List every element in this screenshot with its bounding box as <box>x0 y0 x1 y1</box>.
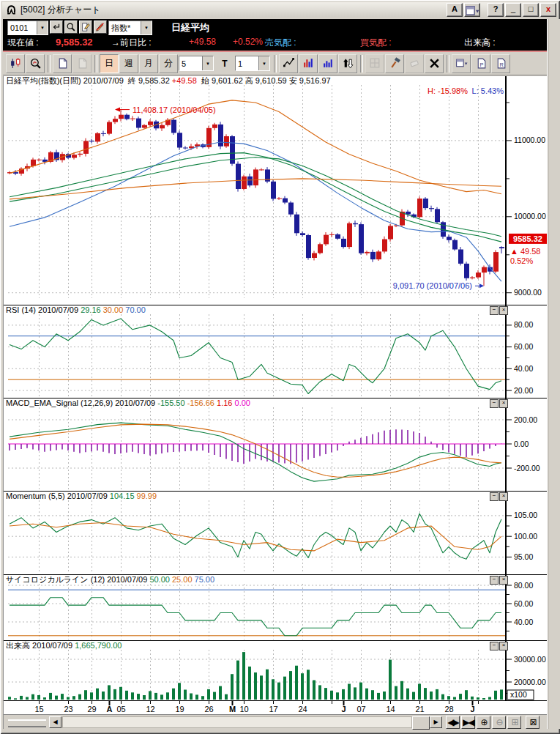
rsi-panel: 80.0060.0040.0020.00RSI (14) 2010/07/09 … <box>4 305 548 398</box>
quote-field-1: 9,585.32 <box>56 37 93 48</box>
svg-text:80.00: 80.00 <box>514 581 533 590</box>
edit-doc-icon <box>81 22 91 32</box>
grid-settings-button[interactable] <box>365 54 384 73</box>
doc-copy-icon <box>76 57 89 70</box>
svg-text:17: 17 <box>269 705 277 713</box>
trend-line-button[interactable] <box>279 54 298 73</box>
symbol-code-dropdown-icon[interactable]: ▼ <box>37 21 48 34</box>
style-button[interactable]: A <box>447 3 463 17</box>
volume-panel-header: 出来高 2010/07/09 1,665,790.00 <box>6 641 122 650</box>
svg-text:A: A <box>107 705 113 713</box>
tick-label: T <box>215 54 234 73</box>
titlebar-buttons: A?_□x <box>445 3 556 17</box>
svg-text:14: 14 <box>386 705 395 713</box>
minute-interval-select[interactable]: 5▼ <box>179 56 214 71</box>
arrows-updown-icon <box>342 57 354 70</box>
header-value: 70.00 <box>125 305 146 314</box>
rsi-close-button[interactable]: × <box>499 306 508 315</box>
header-value: 99.99 <box>137 492 157 500</box>
copy-window-button[interactable] <box>464 3 480 17</box>
symbol-code-value: 0101 <box>8 23 37 32</box>
quote-row-2: 現在値 :9,585.32→前日比 :+49.58+0.52%売気配 :買気配 … <box>3 37 557 48</box>
report-button[interactable]: R <box>491 54 510 73</box>
delete-button[interactable] <box>425 54 444 73</box>
rsi-minimize-button[interactable]: − <box>490 306 499 315</box>
dropdown-icon[interactable]: ▼ <box>202 56 213 70</box>
minimize-button[interactable]: _ <box>505 3 521 17</box>
symbol-code-input[interactable]: 0101 ▼ <box>7 21 48 35</box>
doc-new-icon <box>56 57 69 70</box>
copy-chart-button[interactable] <box>72 54 92 73</box>
help-button[interactable]: ? <box>488 3 504 17</box>
pen-strike-icon <box>95 22 105 32</box>
momentum-panel: 105.00100.0095.00Momentum (5,5) 2010/07/… <box>4 492 548 575</box>
grid-layout-button[interactable]: ⊞ <box>507 716 521 729</box>
scrollbar-thumb[interactable] <box>412 716 430 730</box>
date-axis: 152329A05121926M101724J07142128J <box>4 701 548 713</box>
expand-range-button[interactable]: ◀▶ <box>446 716 460 729</box>
panel-layout-button[interactable] <box>452 54 471 73</box>
new-chart-button[interactable] <box>53 54 72 73</box>
dropdown-icon[interactable]: ▼ <box>258 56 269 70</box>
svg-text:26: 26 <box>204 705 213 713</box>
svg-text:H: -15.98%: H: -15.98% <box>428 86 468 95</box>
period-daily-button[interactable]: 日 <box>100 54 119 73</box>
period-monthly-button[interactable]: 月 <box>139 54 158 73</box>
rsi-panel-header: RSI (14) 2010/07/09 29.16 30.00 70.00 <box>6 305 146 314</box>
macd-panel-header: MACD_EMA_Signal (12,26,9) 2010/07/09 -15… <box>6 398 250 407</box>
psych-panel: 80.0060.0040.00サイコロジカルライン (12) 2010/07/0… <box>4 575 548 641</box>
scroll-right-button[interactable]: ▶ <box>430 716 442 728</box>
volume-close-button[interactable]: × <box>499 642 508 650</box>
svg-text:23: 23 <box>64 705 72 713</box>
svg-text:9585.32: 9585.32 <box>513 234 542 243</box>
category-select[interactable]: 指数* ▼ <box>108 21 152 35</box>
chart-type-candle-button[interactable] <box>6 54 25 73</box>
volume-minimize-button[interactable]: − <box>490 642 499 650</box>
macd-plot: 200.000.00-200.00 <box>4 398 548 492</box>
close-button[interactable]: x <box>540 3 556 17</box>
chart-area: 11000.0010000.009000.00H: -15.98%L: 5.43… <box>3 76 548 729</box>
tools-button[interactable] <box>385 54 404 73</box>
enter-button[interactable] <box>50 21 63 34</box>
zoom-tool-button[interactable] <box>26 54 45 73</box>
volume-bars-button[interactable] <box>318 54 337 73</box>
analysis-chart-window: [5002] 分析チャート A?_□x 0101 ▼ 指数* ▼ 日経平均 現在… <box>0 0 560 734</box>
psych-panel-controls: −× <box>489 576 508 585</box>
close-nav-button[interactable]: ⊠ <box>526 716 540 729</box>
svg-text:0.52%: 0.52% <box>510 256 533 265</box>
updown-arrows-button[interactable] <box>338 54 357 73</box>
toolbar-separator <box>447 55 449 73</box>
svg-text:P: P <box>479 62 483 68</box>
macd-minimize-button[interactable]: − <box>490 399 499 408</box>
shrink-range-button[interactable]: ▶◀ <box>461 716 475 729</box>
macd-close-button[interactable]: × <box>499 399 508 408</box>
search-icon <box>66 22 76 32</box>
zoom-in-button[interactable]: ⊕ <box>477 716 490 729</box>
category-dropdown-icon[interactable]: ▼ <box>141 21 152 34</box>
titlebar[interactable]: [5002] 分析チャート A?_□x <box>2 2 558 18</box>
momentum-close-button[interactable]: × <box>499 492 508 501</box>
period-weekly-button[interactable]: 週 <box>119 54 138 73</box>
svg-text:29: 29 <box>87 705 96 713</box>
zoom-out-button[interactable]: ⊖ <box>492 716 506 729</box>
search-button[interactable] <box>64 21 78 34</box>
psych-minimize-button[interactable]: − <box>490 576 499 585</box>
doc-p-icon: P <box>475 57 488 70</box>
period-minute-button[interactable]: 分 <box>159 54 178 73</box>
svg-text:0.00: 0.00 <box>514 440 529 448</box>
edit-button[interactable] <box>79 21 92 34</box>
indicator-bars-button[interactable] <box>299 54 318 73</box>
svg-text:10: 10 <box>239 705 248 713</box>
momentum-minimize-button[interactable]: − <box>490 492 499 501</box>
maximize-button[interactable]: □ <box>523 3 539 17</box>
print-button[interactable]: P <box>471 54 490 73</box>
scrollbar-track[interactable] <box>62 716 412 728</box>
tick-interval-select[interactable]: 1▼ <box>235 56 270 71</box>
psych-close-button[interactable]: × <box>499 576 508 585</box>
panel-resize-grip[interactable] <box>8 719 46 727</box>
right-border-strip <box>547 19 560 729</box>
eraser-button[interactable] <box>405 54 424 73</box>
scroll-left-button[interactable]: ◀ <box>49 716 61 728</box>
draw-off-button[interactable] <box>94 21 107 34</box>
macd-panel-controls: −× <box>489 399 508 408</box>
